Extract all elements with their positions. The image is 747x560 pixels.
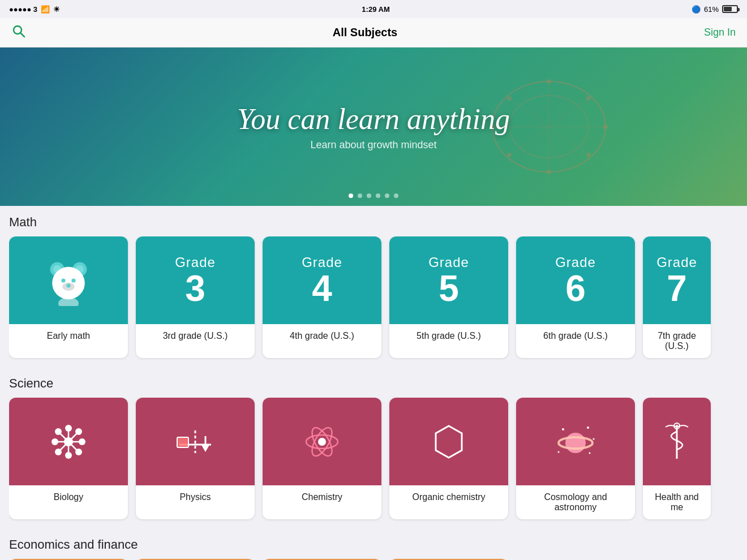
svg-point-13 (586, 153, 591, 157)
physics-icon (173, 419, 218, 464)
svg-point-58 (589, 452, 591, 454)
svg-point-14 (547, 170, 551, 174)
science-card-physics[interactable]: Physics (136, 398, 255, 519)
science-section-title: Science (9, 376, 738, 391)
svg-point-11 (547, 79, 551, 84)
health-icon (654, 419, 699, 464)
status-left: ●●●●● 3 📶 ☀ (9, 5, 60, 14)
science-card-health[interactable]: Health and me (643, 398, 711, 519)
hero-dots (349, 193, 398, 198)
math-section-title: Math (9, 215, 738, 230)
grade7-text: Grade 7 (656, 255, 697, 307)
svg-point-59 (558, 451, 560, 453)
early-math-label: Early math (9, 324, 128, 348)
svg-line-43 (68, 442, 79, 452)
grade4-icon-area: Grade 4 (263, 236, 381, 324)
chemistry-icon (299, 419, 345, 464)
bluetooth-icon: 🔵 (692, 5, 701, 14)
hero-dot-1[interactable] (349, 193, 353, 198)
hero-dot-4[interactable] (376, 193, 380, 198)
early-math-icon-area (9, 236, 128, 324)
economics-section-title: Economics and finance (9, 537, 738, 552)
science-card-biology[interactable]: Biology (9, 398, 128, 519)
hero-subtitle: Learn about growth mindset (310, 139, 436, 151)
math-scroll-row[interactable]: Early math Grade 3 3rd grade (U.S.) Grad… (9, 236, 738, 367)
health-label: Health and me (643, 485, 711, 519)
chemistry-icon-area (263, 398, 381, 485)
svg-point-23 (71, 278, 75, 282)
health-icon-area (643, 398, 711, 485)
svg-line-42 (58, 442, 68, 452)
svg-point-25 (66, 283, 70, 287)
status-time: 1:29 AM (362, 5, 389, 14)
grade5-num: 5 (439, 270, 459, 307)
grade3-label: 3rd grade (U.S.) (136, 324, 255, 348)
hero-dot-3[interactable] (367, 193, 371, 198)
hero-title: You can learn anything (237, 102, 510, 136)
nav-bar: All Subjects Sign In (0, 18, 747, 48)
grade7-num: 7 (667, 270, 687, 307)
science-section: Science (0, 367, 747, 528)
cosmology-icon-area (516, 398, 635, 485)
cosmology-icon (553, 419, 598, 464)
grade6-text: Grade 6 (555, 255, 596, 307)
svg-line-40 (58, 432, 68, 442)
battery-percent: 61% (704, 5, 719, 14)
svg-point-56 (562, 428, 564, 430)
svg-point-49 (318, 438, 326, 446)
math-card-grade6[interactable]: Grade 6 6th grade (U.S.) (516, 236, 635, 358)
physics-icon-area (136, 398, 255, 485)
hero-dot-6[interactable] (394, 193, 398, 198)
math-card-early[interactable]: Early math (9, 236, 128, 358)
grade3-icon-area: Grade 3 (136, 236, 255, 324)
grade3-text: Grade 3 (175, 255, 216, 307)
svg-point-54 (565, 433, 586, 453)
hero-banner: You can learn anything Learn about growt… (0, 48, 747, 206)
grade4-text: Grade 4 (302, 255, 342, 307)
hero-dot-5[interactable] (385, 193, 389, 198)
carrier-text: ●●●●● 3 (9, 5, 37, 14)
grade5-label: 5th grade (U.S.) (389, 324, 508, 348)
grade6-num: 6 (565, 270, 586, 307)
chemistry-label: Chemistry (263, 485, 381, 509)
grade4-label: 4th grade (U.S.) (263, 324, 381, 348)
grade7-label: 7th grade (U.S.) (643, 324, 711, 358)
science-card-chemistry[interactable]: Chemistry (263, 398, 381, 519)
svg-line-1 (21, 33, 25, 37)
science-card-organic[interactable]: Organic chemistry (389, 398, 508, 519)
battery-icon (722, 5, 738, 13)
grade5-icon-area: Grade 5 (389, 236, 508, 324)
svg-point-12 (507, 153, 512, 157)
science-card-cosmology[interactable]: Cosmology and astronomy (516, 398, 635, 519)
svg-marker-48 (201, 444, 210, 452)
brightness-icon: ☀ (53, 5, 60, 14)
svg-point-22 (61, 278, 65, 282)
math-card-grade7[interactable]: Grade 7 7th grade (U.S.) (643, 236, 711, 358)
grade5-text: Grade 5 (428, 255, 469, 307)
grade6-icon-area: Grade 6 (516, 236, 635, 324)
physics-label: Physics (136, 485, 255, 509)
biology-icon (46, 419, 91, 464)
grade7-icon-area: Grade 7 (643, 236, 711, 324)
economics-section: Economics and finance (0, 528, 747, 560)
svg-marker-53 (436, 426, 462, 458)
math-card-grade3[interactable]: Grade 3 3rd grade (U.S.) (136, 236, 255, 358)
search-button[interactable] (11, 24, 26, 42)
grade4-num: 4 (312, 270, 332, 307)
svg-point-26 (58, 297, 79, 305)
svg-point-10 (586, 96, 591, 101)
svg-point-60 (593, 438, 595, 440)
math-card-grade5[interactable]: Grade 5 5th grade (U.S.) (389, 236, 508, 358)
math-card-grade4[interactable]: Grade 4 4th grade (U.S.) (263, 236, 381, 358)
signin-button[interactable]: Sign In (704, 27, 736, 38)
cosmology-label: Cosmology and astronomy (516, 485, 635, 519)
biology-label: Biology (9, 485, 128, 509)
grade3-num: 3 (185, 270, 205, 307)
svg-rect-46 (177, 437, 188, 447)
science-scroll-row[interactable]: Biology Physics (9, 398, 738, 528)
biology-icon-area (9, 398, 128, 485)
svg-point-57 (587, 427, 589, 429)
bear-icon (43, 255, 94, 306)
status-bar: ●●●●● 3 📶 ☀ 1:29 AM 🔵 61% (0, 0, 747, 18)
hero-dot-2[interactable] (358, 193, 362, 198)
